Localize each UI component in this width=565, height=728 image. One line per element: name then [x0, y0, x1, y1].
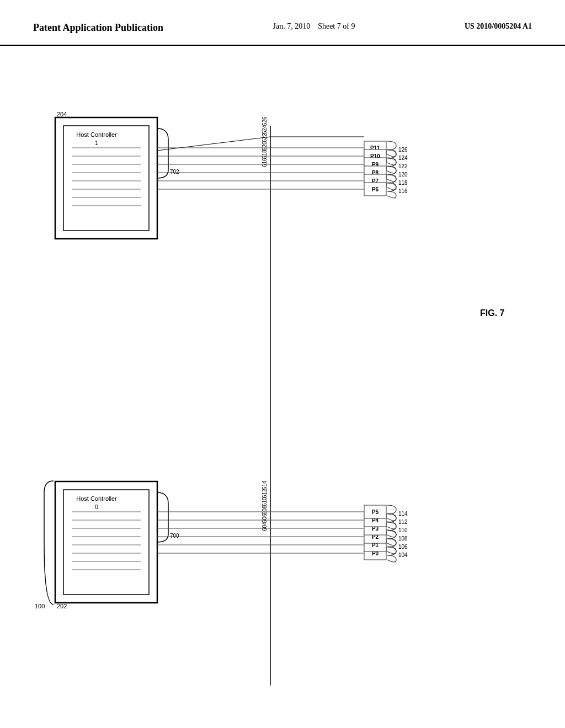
page-header: Patent Application Publication Jan. 7, 2…	[0, 0, 565, 46]
ref-118: 118	[398, 180, 408, 186]
diagram-svg: Host Controller 1 204 702 Host Controlle…	[0, 46, 565, 719]
bus-label-606: 606	[262, 513, 268, 523]
ref-110: 110	[398, 527, 408, 533]
bus-label-608: 608	[262, 505, 268, 515]
port-P5: P5	[372, 509, 379, 515]
hc0-label-line1: Host Controller	[76, 495, 117, 502]
ref-700: 700	[170, 533, 179, 539]
ref-124: 124	[398, 155, 408, 161]
ref-120: 120	[398, 172, 408, 178]
publication-meta: Jan. 7, 2010 Sheet 7 of 9	[273, 22, 355, 31]
sheet-info: Sheet 7 of 9	[318, 22, 355, 30]
bus-label-626: 626	[262, 116, 268, 126]
ref-112: 112	[398, 519, 408, 525]
bus-label-622: 622	[262, 133, 268, 142]
port-P6: P6	[372, 186, 379, 192]
ref-104: 104	[398, 552, 408, 558]
ref-114: 114	[398, 511, 408, 517]
fig-label: FIG. 7	[480, 308, 505, 318]
bus-label-612: 612	[262, 489, 268, 498]
ref-100: 100	[35, 603, 45, 609]
diagram-area: Host Controller 1 204 702 Host Controlle…	[0, 46, 565, 719]
ref-202: 202	[57, 603, 67, 609]
hc1-label-line1: Host Controller	[76, 131, 117, 138]
ref-116: 116	[398, 188, 408, 194]
bus-label-618: 618	[262, 149, 268, 159]
ref-204: 204	[57, 111, 67, 117]
svg-line-22	[157, 137, 270, 151]
svg-rect-11	[63, 490, 149, 595]
ref-122: 122	[398, 163, 408, 169]
ref-106: 106	[398, 544, 408, 550]
bus-label-624: 624	[262, 125, 268, 134]
svg-rect-1	[63, 126, 149, 231]
hc0-label-line2: 0	[95, 504, 98, 510]
ref-702: 702	[170, 169, 179, 175]
publication-number: US 2010/0005204 A1	[465, 22, 532, 31]
bus-label-620: 620	[262, 141, 268, 151]
pub-date: Jan. 7, 2010	[273, 22, 310, 30]
publication-title: Patent Application Publication	[33, 22, 163, 34]
bus-label-604: 604	[262, 522, 268, 531]
ref-126: 126	[398, 147, 408, 153]
hc1-label-line2: 1	[95, 140, 98, 146]
bus-label-616: 616	[262, 158, 268, 167]
bus-label-614: 614	[262, 480, 268, 490]
ref-108: 108	[398, 536, 408, 542]
bus-label-610: 610	[262, 497, 268, 506]
